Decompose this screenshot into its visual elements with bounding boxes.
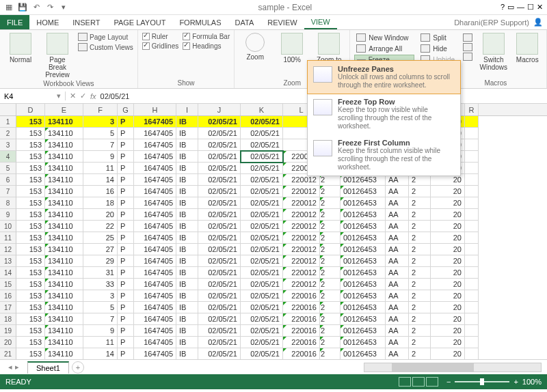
hundred-button[interactable]: 100% [276, 33, 308, 64]
cell[interactable]: 20 [431, 348, 465, 359]
hscroll-thumb[interactable] [392, 363, 474, 372]
cell[interactable]: 2 [320, 325, 341, 337]
cell[interactable]: IB [176, 174, 198, 186]
cell[interactable]: 5 [83, 302, 118, 313]
cell[interactable]: 1647405 [134, 139, 176, 151]
cell[interactable]: AA [386, 348, 409, 359]
cell[interactable]: 153 [16, 325, 45, 337]
cell[interactable]: P [118, 244, 134, 255]
cell[interactable]: AA [386, 232, 409, 244]
cell[interactable]: 153 [16, 116, 45, 128]
cell[interactable]: P [118, 267, 134, 279]
cell[interactable]: 153 [16, 151, 45, 163]
cell[interactable]: P [118, 151, 134, 163]
cell[interactable]: 2 [409, 186, 431, 197]
cell[interactable]: 134110 [45, 174, 83, 186]
cell[interactable] [465, 267, 479, 279]
cell[interactable]: 134110 [45, 116, 83, 128]
cell[interactable]: 02/05/21 [198, 279, 241, 290]
cell[interactable]: 02/05/21 [241, 313, 283, 325]
row-header[interactable]: 13 [0, 255, 16, 267]
cell[interactable]: 134110 [45, 209, 83, 221]
tab-view[interactable]: VIEW [304, 15, 337, 29]
cell[interactable]: 1647405 [134, 267, 176, 279]
cell[interactable]: 134110 [45, 186, 83, 197]
row-header[interactable]: 2 [0, 128, 16, 139]
row-header[interactable]: 17 [0, 302, 16, 313]
cell[interactable]: 220012 [283, 267, 320, 279]
cell[interactable]: 2 [409, 348, 431, 359]
cell[interactable]: 220016 [283, 302, 320, 313]
cell[interactable]: 14 [83, 174, 118, 186]
cell[interactable]: P [118, 163, 134, 174]
cell[interactable]: 02/05/21 [198, 221, 241, 232]
cell[interactable]: 134110 [45, 163, 83, 174]
col-header-j[interactable]: J [198, 104, 241, 115]
cell[interactable]: 00126453 [341, 279, 386, 290]
cell[interactable]: IB [176, 116, 198, 128]
cell[interactable]: 2 [409, 302, 431, 313]
cell[interactable]: 02/05/21 [241, 151, 283, 163]
cell[interactable]: 134110 [45, 302, 83, 313]
cell[interactable]: 02/05/21 [198, 174, 241, 186]
cell[interactable]: 2 [409, 244, 431, 255]
cell[interactable]: 1647405 [134, 221, 176, 232]
cell[interactable]: 1647405 [134, 337, 176, 348]
cell[interactable]: P [118, 313, 134, 325]
cell[interactable]: 02/05/21 [198, 348, 241, 359]
cell[interactable]: 00126453 [341, 348, 386, 359]
cell[interactable]: 1647405 [134, 255, 176, 267]
cell[interactable]: 2 [320, 232, 341, 244]
cell[interactable]: 20 [431, 325, 465, 337]
cell[interactable]: 134110 [45, 290, 83, 302]
cell[interactable]: 02/05/21 [241, 279, 283, 290]
cell[interactable]: 2 [409, 209, 431, 221]
cell[interactable]: 220012 [283, 244, 320, 255]
cell[interactable]: 134110 [45, 267, 83, 279]
cell[interactable]: P [118, 174, 134, 186]
cell[interactable]: P [118, 348, 134, 359]
user-label[interactable]: Dharani(ERP Support) [454, 18, 529, 27]
row-header[interactable]: 15 [0, 279, 16, 290]
cell[interactable]: 9 [83, 151, 118, 163]
row-header[interactable]: 5 [0, 163, 16, 174]
cancel-icon[interactable]: ✕ [70, 92, 76, 100]
cell[interactable]: AA [386, 221, 409, 232]
cell[interactable]: 153 [16, 139, 45, 151]
ribbon-display-icon[interactable]: ▭ [507, 3, 514, 12]
cell[interactable]: 220012 [283, 232, 320, 244]
tab-data[interactable]: DATA [228, 15, 261, 29]
cell[interactable]: P [118, 116, 134, 128]
cell[interactable]: 02/05/21 [198, 290, 241, 302]
cell[interactable]: 134110 [45, 313, 83, 325]
cell[interactable]: 2 [320, 279, 341, 290]
cell[interactable] [465, 325, 479, 337]
cell[interactable]: 00126453 [341, 244, 386, 255]
cell[interactable]: IB [176, 313, 198, 325]
cell[interactable]: 1647405 [134, 313, 176, 325]
cell[interactable]: 11 [83, 337, 118, 348]
col-header-e[interactable]: E [45, 104, 83, 115]
cell[interactable]: 220012 [283, 186, 320, 197]
cell[interactable] [465, 255, 479, 267]
cell[interactable]: 153 [16, 209, 45, 221]
cell[interactable]: 02/05/21 [241, 221, 283, 232]
cell[interactable]: 220012 [283, 197, 320, 209]
cell[interactable]: 00126453 [341, 302, 386, 313]
formula-bar-checkbox[interactable]: Formula Bar [183, 33, 230, 40]
cell[interactable]: 1647405 [134, 209, 176, 221]
cell[interactable] [465, 151, 479, 163]
cell[interactable] [465, 186, 479, 197]
cell[interactable]: 153 [16, 232, 45, 244]
cell[interactable]: 220012 [283, 221, 320, 232]
cell[interactable]: 1647405 [134, 151, 176, 163]
cell[interactable]: 2 [320, 221, 341, 232]
cell[interactable]: 00126453 [341, 186, 386, 197]
cell[interactable]: 2 [320, 244, 341, 255]
cell[interactable]: 02/05/21 [198, 232, 241, 244]
cell[interactable]: 00126453 [341, 313, 386, 325]
cell[interactable] [465, 313, 479, 325]
cell[interactable]: 02/05/21 [198, 139, 241, 151]
reset-pos-button[interactable] [461, 52, 475, 61]
cell[interactable]: 220012 [283, 255, 320, 267]
